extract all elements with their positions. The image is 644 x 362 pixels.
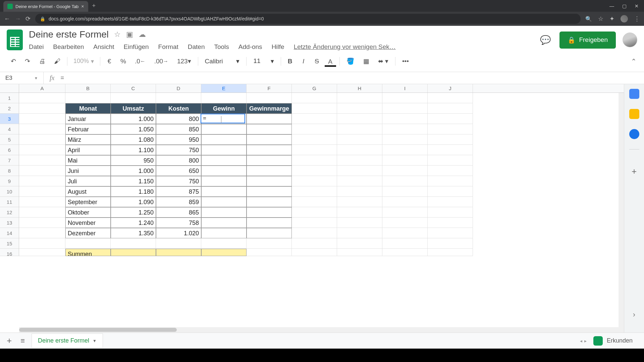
cell[interactable]: [201, 124, 247, 134]
cell[interactable]: [201, 218, 247, 228]
cell[interactable]: [428, 114, 473, 124]
horizontal-scrollbar[interactable]: [19, 327, 624, 333]
cell[interactable]: [292, 238, 337, 249]
cell[interactable]: [292, 124, 337, 134]
font-size-select[interactable]: 11▾: [250, 57, 277, 65]
cell[interactable]: [428, 93, 473, 103]
cell[interactable]: [19, 103, 65, 114]
profile-avatar-small[interactable]: [621, 15, 628, 22]
cell[interactable]: 1.090: [111, 197, 156, 207]
cell[interactable]: [428, 186, 473, 197]
cell[interactable]: [201, 197, 247, 207]
cell[interactable]: [247, 93, 292, 103]
formula-input[interactable]: =: [60, 74, 64, 81]
cell[interactable]: [337, 197, 382, 207]
cell[interactable]: Januar: [65, 114, 111, 124]
keep-icon[interactable]: [629, 109, 639, 119]
share-button[interactable]: 🔒 Freigeben: [559, 32, 616, 49]
close-window-icon[interactable]: ✕: [635, 3, 639, 9]
cell[interactable]: Gewinnmarge: [247, 103, 292, 114]
cell[interactable]: [292, 114, 337, 124]
cell[interactable]: [19, 145, 65, 155]
cell[interactable]: [19, 207, 65, 218]
cell[interactable]: 1.000: [111, 114, 156, 124]
fill-color-button[interactable]: 🪣: [343, 55, 358, 67]
cell[interactable]: [337, 249, 382, 256]
cell[interactable]: Juni: [65, 166, 111, 176]
extensions-icon[interactable]: ✦: [609, 15, 614, 22]
row-header[interactable]: 14: [0, 228, 19, 238]
cell[interactable]: [247, 207, 292, 218]
cell[interactable]: [382, 197, 428, 207]
cell[interactable]: Monat: [65, 103, 111, 114]
row-header[interactable]: 16: [0, 249, 19, 256]
cell[interactable]: [337, 228, 382, 238]
vertical-scrollbar[interactable]: [619, 93, 624, 327]
row-header[interactable]: 15: [0, 238, 19, 249]
account-avatar[interactable]: [623, 33, 637, 47]
menu-ansicht[interactable]: Ansicht: [93, 43, 114, 51]
cell[interactable]: [201, 186, 247, 197]
cell[interactable]: [156, 93, 201, 103]
cell[interactable]: [382, 228, 428, 238]
cell[interactable]: [111, 238, 156, 249]
cell[interactable]: 758: [156, 218, 201, 228]
col-header-C[interactable]: C: [111, 84, 156, 93]
close-tab-icon[interactable]: ×: [81, 4, 84, 9]
menu-format[interactable]: Format: [158, 43, 178, 51]
row-header[interactable]: 4: [0, 124, 19, 134]
select-all-corner[interactable]: [0, 84, 19, 93]
star-icon[interactable]: ☆: [114, 30, 121, 39]
all-sheets-button[interactable]: ≡: [18, 335, 27, 347]
browser-tab[interactable]: Deine erste Formel - Google Tab ×: [3, 1, 88, 12]
forward-icon[interactable]: →: [15, 15, 21, 22]
cell[interactable]: [337, 218, 382, 228]
cell[interactable]: 859: [156, 197, 201, 207]
name-box[interactable]: E3 ▼: [0, 72, 44, 84]
cell[interactable]: [382, 176, 428, 186]
merge-button[interactable]: ⬌ ▾: [375, 55, 392, 67]
maximize-icon[interactable]: ▢: [622, 3, 627, 9]
cell[interactable]: [19, 186, 65, 197]
redo-button[interactable]: ↷: [21, 55, 34, 67]
cell[interactable]: [428, 103, 473, 114]
cell[interactable]: [19, 228, 65, 238]
calendar-icon[interactable]: [629, 89, 639, 99]
cell[interactable]: [428, 218, 473, 228]
text-color-button[interactable]: A: [325, 56, 336, 67]
cell[interactable]: [19, 93, 65, 103]
cell[interactable]: [292, 166, 337, 176]
cell[interactable]: [156, 249, 201, 256]
col-header-J[interactable]: J: [428, 84, 473, 93]
cell[interactable]: Umsatz: [111, 103, 156, 114]
cell[interactable]: [19, 238, 65, 249]
col-header-A[interactable]: A: [19, 84, 65, 93]
cell[interactable]: 750: [156, 176, 201, 186]
row-header[interactable]: 7: [0, 155, 19, 166]
cell[interactable]: [382, 103, 428, 114]
bookmark-icon[interactable]: ☆: [598, 15, 603, 22]
col-header-I[interactable]: I: [382, 84, 428, 93]
row-header[interactable]: 8: [0, 166, 19, 176]
increase-decimal-button[interactable]: .00→: [151, 56, 172, 67]
cell[interactable]: 800: [156, 114, 201, 124]
cell[interactable]: August: [65, 186, 111, 197]
cell[interactable]: 1.350: [111, 228, 156, 238]
cell[interactable]: [19, 134, 65, 145]
cell[interactable]: 950: [156, 134, 201, 145]
cell[interactable]: [201, 145, 247, 155]
cell[interactable]: [382, 238, 428, 249]
row-header[interactable]: 6: [0, 145, 19, 155]
strikethrough-button[interactable]: S: [311, 56, 323, 67]
cell[interactable]: [247, 134, 292, 145]
cell[interactable]: 650: [156, 166, 201, 176]
cell[interactable]: [247, 249, 292, 256]
cell[interactable]: April: [65, 145, 111, 155]
cell[interactable]: [337, 134, 382, 145]
cell[interactable]: [382, 93, 428, 103]
cell[interactable]: [111, 249, 156, 256]
cell[interactable]: [292, 249, 337, 256]
paint-format-button[interactable]: 🖌: [51, 56, 64, 67]
cell[interactable]: [337, 155, 382, 166]
cell[interactable]: [428, 176, 473, 186]
